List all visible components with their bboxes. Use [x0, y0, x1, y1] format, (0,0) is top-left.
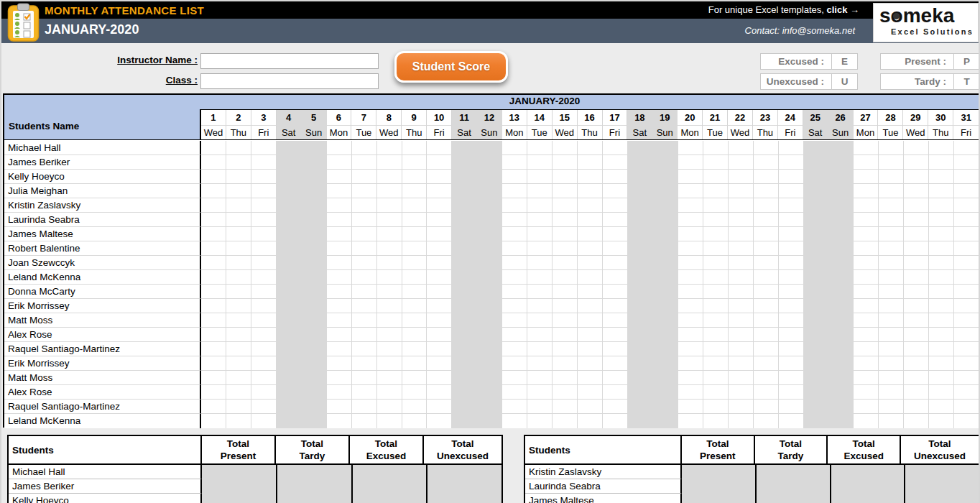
- attendance-cell[interactable]: [477, 313, 502, 328]
- attendance-cell[interactable]: [854, 213, 879, 227]
- attendance-cell[interactable]: [277, 299, 302, 313]
- attendance-cell[interactable]: [653, 414, 678, 428]
- attendance-cell[interactable]: [352, 328, 377, 342]
- attendance-cell[interactable]: [502, 141, 527, 155]
- attendance-cell[interactable]: [201, 270, 226, 285]
- attendance-cell[interactable]: [452, 371, 477, 385]
- attendance-cell[interactable]: [277, 270, 302, 285]
- attendance-cell[interactable]: [904, 371, 929, 385]
- attendance-cell[interactable]: [628, 227, 653, 241]
- attendance-cell[interactable]: [302, 342, 327, 356]
- attendance-cell[interactable]: [377, 299, 402, 313]
- attendance-cell[interactable]: [578, 141, 603, 155]
- student-name-cell[interactable]: Michael Hall: [4, 141, 201, 155]
- attendance-cell[interactable]: [578, 400, 603, 414]
- attendance-cell[interactable]: [201, 198, 226, 213]
- attendance-cell[interactable]: [904, 385, 929, 400]
- instructor-name-input[interactable]: [200, 53, 379, 69]
- attendance-cell[interactable]: [729, 198, 754, 213]
- attendance-cell[interactable]: [779, 256, 804, 270]
- attendance-cell[interactable]: [729, 385, 754, 400]
- attendance-cell[interactable]: [879, 241, 904, 256]
- attendance-cell[interactable]: [553, 356, 578, 371]
- attendance-cell[interactable]: [703, 270, 729, 285]
- attendance-cell[interactable]: [226, 184, 251, 198]
- attendance-cell[interactable]: [729, 328, 754, 342]
- attendance-cell[interactable]: [578, 342, 603, 356]
- attendance-cell[interactable]: [251, 184, 277, 198]
- attendance-cell[interactable]: [603, 285, 628, 299]
- attendance-cell[interactable]: [954, 285, 979, 299]
- attendance-cell[interactable]: [678, 299, 703, 313]
- attendance-cell[interactable]: [754, 385, 779, 400]
- attendance-cell[interactable]: [779, 170, 804, 184]
- attendance-cell[interactable]: [804, 414, 829, 428]
- attendance-cell[interactable]: [477, 155, 502, 170]
- attendance-cell[interactable]: [553, 170, 578, 184]
- attendance-cell[interactable]: [628, 155, 653, 170]
- attendance-cell[interactable]: [553, 385, 578, 400]
- attendance-cell[interactable]: [729, 141, 754, 155]
- attendance-cell[interactable]: [854, 227, 879, 241]
- attendance-cell[interactable]: [201, 227, 226, 241]
- attendance-cell[interactable]: [427, 256, 452, 270]
- attendance-cell[interactable]: [352, 170, 377, 184]
- attendance-cell[interactable]: [603, 270, 628, 285]
- attendance-cell[interactable]: [277, 227, 302, 241]
- attendance-cell[interactable]: [452, 170, 477, 184]
- attendance-cell[interactable]: [251, 241, 277, 256]
- attendance-cell[interactable]: [327, 385, 352, 400]
- attendance-cell[interactable]: [302, 256, 327, 270]
- attendance-cell[interactable]: [251, 270, 277, 285]
- attendance-cell[interactable]: [628, 285, 653, 299]
- student-name-cell[interactable]: Laurinda Seabra: [4, 213, 201, 227]
- attendance-cell[interactable]: [828, 299, 854, 313]
- attendance-cell[interactable]: [628, 198, 653, 213]
- attendance-cell[interactable]: [201, 400, 226, 414]
- attendance-cell[interactable]: [201, 213, 226, 227]
- attendance-cell[interactable]: [302, 371, 327, 385]
- attendance-cell[interactable]: [904, 227, 929, 241]
- attendance-cell[interactable]: [754, 227, 779, 241]
- attendance-cell[interactable]: [452, 141, 477, 155]
- attendance-cell[interactable]: [352, 213, 377, 227]
- attendance-cell[interactable]: [904, 400, 929, 414]
- attendance-cell[interactable]: [226, 356, 251, 371]
- attendance-cell[interactable]: [729, 170, 754, 184]
- attendance-cell[interactable]: [251, 414, 277, 428]
- attendance-cell[interactable]: [553, 299, 578, 313]
- attendance-cell[interactable]: [603, 328, 628, 342]
- attendance-cell[interactable]: [201, 241, 226, 256]
- attendance-cell[interactable]: [954, 256, 979, 270]
- attendance-cell[interactable]: [854, 270, 879, 285]
- attendance-cell[interactable]: [954, 241, 979, 256]
- attendance-cell[interactable]: [553, 342, 578, 356]
- attendance-cell[interactable]: [754, 414, 779, 428]
- attendance-cell[interactable]: [527, 299, 553, 313]
- attendance-cell[interactable]: [427, 270, 452, 285]
- attendance-cell[interactable]: [427, 328, 452, 342]
- attendance-cell[interactable]: [828, 385, 854, 400]
- attendance-cell[interactable]: [804, 385, 829, 400]
- attendance-cell[interactable]: [302, 385, 327, 400]
- attendance-cell[interactable]: [578, 356, 603, 371]
- attendance-cell[interactable]: [226, 285, 251, 299]
- attendance-cell[interactable]: [352, 198, 377, 213]
- attendance-cell[interactable]: [779, 385, 804, 400]
- attendance-cell[interactable]: [779, 328, 804, 342]
- attendance-cell[interactable]: [703, 313, 729, 328]
- attendance-cell[interactable]: [553, 198, 578, 213]
- attendance-cell[interactable]: [854, 184, 879, 198]
- attendance-cell[interactable]: [929, 213, 954, 227]
- attendance-cell[interactable]: [251, 141, 277, 155]
- attendance-cell[interactable]: [553, 285, 578, 299]
- attendance-cell[interactable]: [226, 328, 251, 342]
- attendance-cell[interactable]: [603, 371, 628, 385]
- attendance-cell[interactable]: [804, 328, 829, 342]
- attendance-cell[interactable]: [226, 213, 251, 227]
- attendance-cell[interactable]: [804, 256, 829, 270]
- attendance-cell[interactable]: [779, 414, 804, 428]
- attendance-cell[interactable]: [578, 328, 603, 342]
- attendance-cell[interactable]: [678, 170, 703, 184]
- attendance-cell[interactable]: [327, 299, 352, 313]
